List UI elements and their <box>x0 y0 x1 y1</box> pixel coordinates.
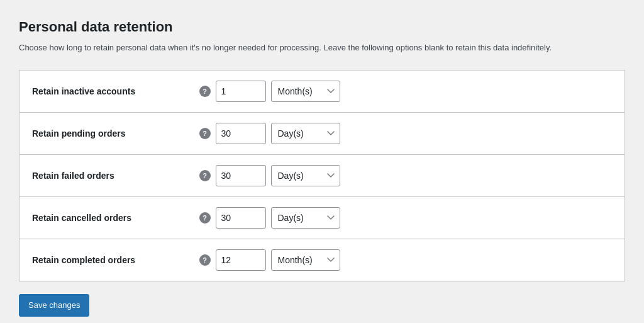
settings-row: Retain inactive accounts?Day(s)Month(s)Y… <box>19 70 625 112</box>
control-cell-completed-orders: ?Day(s)Month(s)Year(s) <box>183 239 625 281</box>
label-cell-completed-orders: Retain completed orders <box>19 239 183 281</box>
row-label-inactive-accounts: Retain inactive accounts <box>32 86 135 96</box>
label-wrapper-failed-orders: Retain failed orders <box>32 171 170 181</box>
control-group-pending-orders: ?Day(s)Month(s)Year(s) <box>196 123 613 144</box>
number-input-inactive-accounts[interactable] <box>216 81 266 102</box>
number-input-pending-orders[interactable] <box>216 123 266 144</box>
number-input-failed-orders[interactable] <box>216 165 266 186</box>
label-cell-pending-orders: Retain pending orders <box>19 112 183 154</box>
settings-row: Retain pending orders?Day(s)Month(s)Year… <box>19 112 625 154</box>
settings-table: Retain inactive accounts?Day(s)Month(s)Y… <box>19 70 625 281</box>
page-title: Personal data retention <box>19 19 625 35</box>
page-container: Personal data retention Choose how long … <box>13 13 631 323</box>
help-icon-cancelled-orders[interactable]: ? <box>199 212 211 224</box>
number-input-cancelled-orders[interactable] <box>216 207 266 229</box>
unit-select-failed-orders[interactable]: Day(s)Month(s)Year(s) <box>271 165 340 186</box>
help-icon-completed-orders[interactable]: ? <box>199 254 211 266</box>
settings-row: Retain failed orders?Day(s)Month(s)Year(… <box>19 154 625 196</box>
help-icon-inactive-accounts[interactable]: ? <box>199 86 211 97</box>
row-label-pending-orders: Retain pending orders <box>32 128 126 139</box>
settings-row: Retain completed orders?Day(s)Month(s)Ye… <box>19 239 625 281</box>
number-input-completed-orders[interactable] <box>216 249 266 271</box>
unit-select-cancelled-orders[interactable]: Day(s)Month(s)Year(s) <box>271 207 340 229</box>
unit-select-inactive-accounts[interactable]: Day(s)Month(s)Year(s) <box>271 81 340 102</box>
help-icon-failed-orders[interactable]: ? <box>199 170 211 181</box>
control-cell-cancelled-orders: ?Day(s)Month(s)Year(s) <box>183 196 625 239</box>
control-group-completed-orders: ?Day(s)Month(s)Year(s) <box>196 249 613 271</box>
control-group-failed-orders: ?Day(s)Month(s)Year(s) <box>196 165 613 186</box>
page-description: Choose how long to retain personal data … <box>19 42 625 55</box>
unit-select-completed-orders[interactable]: Day(s)Month(s)Year(s) <box>271 249 340 271</box>
help-icon-pending-orders[interactable]: ? <box>199 128 211 139</box>
row-label-completed-orders: Retain completed orders <box>32 255 135 265</box>
label-wrapper-cancelled-orders: Retain cancelled orders <box>32 213 170 223</box>
settings-row: Retain cancelled orders?Day(s)Month(s)Ye… <box>19 196 625 239</box>
label-wrapper-completed-orders: Retain completed orders <box>32 255 170 265</box>
label-cell-cancelled-orders: Retain cancelled orders <box>19 196 183 239</box>
row-label-failed-orders: Retain failed orders <box>32 171 114 181</box>
control-cell-inactive-accounts: ?Day(s)Month(s)Year(s) <box>183 70 625 112</box>
control-cell-pending-orders: ?Day(s)Month(s)Year(s) <box>183 112 625 154</box>
label-cell-inactive-accounts: Retain inactive accounts <box>19 70 183 112</box>
row-label-cancelled-orders: Retain cancelled orders <box>32 213 131 223</box>
label-cell-failed-orders: Retain failed orders <box>19 154 183 196</box>
unit-select-pending-orders[interactable]: Day(s)Month(s)Year(s) <box>271 123 340 144</box>
save-button[interactable]: Save changes <box>19 294 89 317</box>
control-group-cancelled-orders: ?Day(s)Month(s)Year(s) <box>196 207 613 229</box>
label-wrapper-inactive-accounts: Retain inactive accounts <box>32 86 170 96</box>
control-group-inactive-accounts: ?Day(s)Month(s)Year(s) <box>196 81 613 102</box>
control-cell-failed-orders: ?Day(s)Month(s)Year(s) <box>183 154 625 196</box>
label-wrapper-pending-orders: Retain pending orders <box>32 128 170 139</box>
